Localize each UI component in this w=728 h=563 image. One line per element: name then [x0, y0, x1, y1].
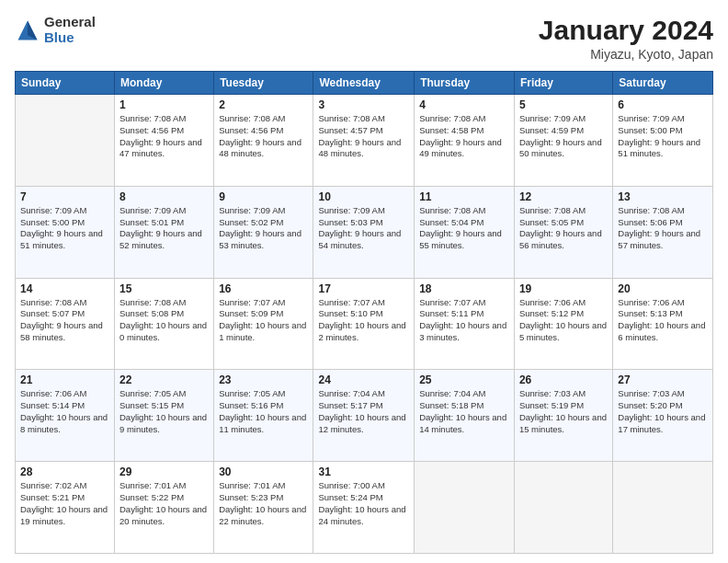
daylight-label: Daylight: 9 hours and 50 minutes. [519, 137, 602, 159]
day-cell [613, 462, 713, 554]
daylight-label: Daylight: 9 hours and 56 minutes. [519, 228, 602, 250]
day-number: 1 [119, 98, 209, 111]
sunset-label: Sunset: 5:01 PM [119, 217, 184, 227]
daylight-label: Daylight: 10 hours and 8 minutes. [20, 412, 108, 434]
day-number: 24 [318, 373, 409, 386]
page: General Blue January 2024 Miyazu, Kyoto,… [0, 0, 728, 563]
day-cell: 12 Sunrise: 7:08 AM Sunset: 5:05 PM Dayl… [514, 186, 612, 278]
day-info: Sunrise: 7:09 AM Sunset: 5:01 PM Dayligh… [119, 205, 209, 252]
sunrise-label: Sunrise: 7:08 AM [419, 113, 485, 123]
day-info: Sunrise: 7:02 AM Sunset: 5:21 PM Dayligh… [20, 480, 109, 527]
sunrise-label: Sunrise: 7:05 AM [219, 388, 285, 398]
day-cell [415, 462, 515, 554]
day-cell: 23 Sunrise: 7:05 AM Sunset: 5:16 PM Dayl… [214, 370, 313, 462]
logo-text: General Blue [44, 15, 96, 45]
day-info: Sunrise: 7:03 AM Sunset: 5:20 PM Dayligh… [618, 388, 708, 435]
day-cell: 14 Sunrise: 7:08 AM Sunset: 5:07 PM Dayl… [16, 278, 115, 370]
week-row-5: 28 Sunrise: 7:02 AM Sunset: 5:21 PM Dayl… [16, 462, 713, 554]
day-info: Sunrise: 7:04 AM Sunset: 5:18 PM Dayligh… [419, 388, 509, 435]
day-cell: 3 Sunrise: 7:08 AM Sunset: 4:57 PM Dayli… [313, 95, 415, 187]
sunrise-label: Sunrise: 7:06 AM [20, 388, 86, 398]
sunset-label: Sunset: 5:11 PM [419, 308, 483, 318]
title-block: January 2024 Miyazu, Kyoto, Japan [539, 15, 713, 62]
sunrise-label: Sunrise: 7:09 AM [219, 205, 285, 215]
day-number: 25 [419, 373, 509, 386]
daylight-label: Daylight: 9 hours and 57 minutes. [618, 228, 700, 250]
day-cell: 26 Sunrise: 7:03 AM Sunset: 5:19 PM Dayl… [514, 370, 612, 462]
sunrise-label: Sunrise: 7:09 AM [618, 113, 684, 123]
sunset-label: Sunset: 5:09 PM [219, 308, 283, 318]
day-cell [514, 462, 612, 554]
daylight-label: Daylight: 9 hours and 58 minutes. [20, 320, 103, 342]
day-cell: 1 Sunrise: 7:08 AM Sunset: 4:56 PM Dayli… [115, 95, 214, 187]
sunrise-label: Sunrise: 7:09 AM [519, 113, 586, 123]
day-info: Sunrise: 7:07 AM Sunset: 5:11 PM Dayligh… [419, 297, 509, 344]
sunset-label: Sunset: 4:59 PM [519, 125, 584, 135]
sunset-label: Sunset: 5:16 PM [219, 400, 283, 410]
main-title: January 2024 [539, 15, 713, 45]
day-cell: 7 Sunrise: 7:09 AM Sunset: 5:00 PM Dayli… [16, 186, 115, 278]
day-cell: 27 Sunrise: 7:03 AM Sunset: 5:20 PM Dayl… [613, 370, 713, 462]
sunrise-label: Sunrise: 7:01 AM [219, 480, 285, 490]
daylight-label: Daylight: 10 hours and 24 minutes. [318, 504, 405, 526]
day-cell [16, 95, 115, 187]
day-cell: 22 Sunrise: 7:05 AM Sunset: 5:15 PM Dayl… [115, 370, 214, 462]
daylight-label: Daylight: 9 hours and 51 minutes. [618, 137, 700, 159]
daylight-label: Daylight: 9 hours and 55 minutes. [419, 228, 502, 250]
logo-general: General [44, 15, 96, 30]
day-number: 21 [20, 373, 109, 386]
sunrise-label: Sunrise: 7:08 AM [20, 297, 86, 307]
daylight-label: Daylight: 10 hours and 11 minutes. [219, 412, 306, 434]
day-info: Sunrise: 7:06 AM Sunset: 5:14 PM Dayligh… [20, 388, 109, 435]
daylight-label: Daylight: 10 hours and 1 minute. [219, 320, 306, 342]
day-info: Sunrise: 7:09 AM Sunset: 5:03 PM Dayligh… [318, 205, 409, 252]
day-cell: 15 Sunrise: 7:08 AM Sunset: 5:08 PM Dayl… [115, 278, 214, 370]
week-row-3: 14 Sunrise: 7:08 AM Sunset: 5:07 PM Dayl… [16, 278, 713, 370]
daylight-label: Daylight: 10 hours and 12 minutes. [318, 412, 405, 434]
sunset-label: Sunset: 4:56 PM [119, 125, 184, 135]
sunset-label: Sunset: 5:17 PM [318, 400, 382, 410]
day-info: Sunrise: 7:09 AM Sunset: 4:59 PM Dayligh… [519, 113, 608, 160]
day-info: Sunrise: 7:07 AM Sunset: 5:10 PM Dayligh… [318, 297, 409, 344]
daylight-label: Daylight: 10 hours and 19 minutes. [20, 504, 108, 526]
week-row-2: 7 Sunrise: 7:09 AM Sunset: 5:00 PM Dayli… [16, 186, 713, 278]
day-info: Sunrise: 7:09 AM Sunset: 5:00 PM Dayligh… [20, 205, 109, 252]
sunrise-label: Sunrise: 7:02 AM [20, 480, 86, 490]
day-number: 10 [318, 190, 409, 203]
day-cell: 5 Sunrise: 7:09 AM Sunset: 4:59 PM Dayli… [514, 95, 612, 187]
daylight-label: Daylight: 10 hours and 14 minutes. [419, 412, 506, 434]
sunset-label: Sunset: 5:07 PM [20, 308, 85, 318]
day-info: Sunrise: 7:08 AM Sunset: 5:05 PM Dayligh… [519, 205, 608, 252]
day-cell: 29 Sunrise: 7:01 AM Sunset: 5:22 PM Dayl… [115, 462, 214, 554]
subtitle: Miyazu, Kyoto, Japan [539, 47, 713, 62]
day-info: Sunrise: 7:08 AM Sunset: 4:56 PM Dayligh… [119, 113, 209, 160]
day-number: 7 [20, 190, 109, 203]
day-number: 3 [318, 98, 409, 111]
day-number: 18 [419, 282, 509, 295]
sunrise-label: Sunrise: 7:06 AM [618, 297, 684, 307]
day-info: Sunrise: 7:07 AM Sunset: 5:09 PM Dayligh… [219, 297, 308, 344]
day-number: 28 [20, 465, 109, 478]
day-info: Sunrise: 7:03 AM Sunset: 5:19 PM Dayligh… [519, 388, 608, 435]
logo: General Blue [15, 15, 96, 45]
sunset-label: Sunset: 5:08 PM [119, 308, 184, 318]
day-cell: 16 Sunrise: 7:07 AM Sunset: 5:09 PM Dayl… [214, 278, 313, 370]
header-cell-thursday: Thursday [415, 72, 515, 95]
day-info: Sunrise: 7:01 AM Sunset: 5:22 PM Dayligh… [119, 480, 209, 527]
sunrise-label: Sunrise: 7:08 AM [119, 297, 186, 307]
sunrise-label: Sunrise: 7:09 AM [119, 205, 186, 215]
calendar: SundayMondayTuesdayWednesdayThursdayFrid… [15, 71, 713, 554]
sunset-label: Sunset: 5:12 PM [519, 308, 584, 318]
day-number: 27 [618, 373, 708, 386]
day-number: 20 [618, 282, 708, 295]
day-cell: 31 Sunrise: 7:00 AM Sunset: 5:24 PM Dayl… [313, 462, 415, 554]
day-cell: 19 Sunrise: 7:06 AM Sunset: 5:12 PM Dayl… [514, 278, 612, 370]
logo-icon [15, 17, 40, 43]
day-number: 31 [318, 465, 409, 478]
day-number: 11 [419, 190, 509, 203]
sunrise-label: Sunrise: 7:08 AM [318, 113, 384, 123]
sunrise-label: Sunrise: 7:05 AM [119, 388, 186, 398]
daylight-label: Daylight: 9 hours and 53 minutes. [219, 228, 301, 250]
daylight-label: Daylight: 10 hours and 5 minutes. [519, 320, 607, 342]
sunrise-label: Sunrise: 7:04 AM [419, 388, 485, 398]
